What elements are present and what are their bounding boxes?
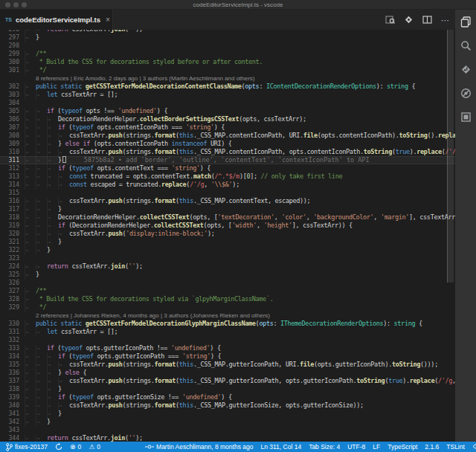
code-line[interactable]: 344→→return cssTextArr.join(''); <box>0 434 455 442</box>
warnings-status[interactable]: ⚠ 0 <box>89 443 100 451</box>
codelens-text[interactable]: 8 references | Eric Amodio, 2 days ago |… <box>36 75 255 82</box>
code-line[interactable]: 306→→→DecorationRenderHelper.collectBord… <box>0 115 455 123</box>
code-line[interactable]: 321→→→} <box>0 238 455 246</box>
code-line[interactable]: 325→} <box>0 271 455 279</box>
eye-icon[interactable] <box>472 443 476 451</box>
code-line[interactable]: 310→→→→cssTextArr.push(strings.format(th… <box>0 148 455 156</box>
line-number[interactable]: 309 <box>0 140 19 148</box>
line-number[interactable]: 315 <box>0 189 19 197</box>
tslint-indicator[interactable]: TSLint <box>446 443 465 451</box>
code-line[interactable]: 297→} <box>0 33 455 42</box>
code-line[interactable]: 300→ * Build the CSS for decorations sty… <box>0 58 455 66</box>
code-line[interactable]: 315 <box>0 189 455 197</box>
tab-size-indicator[interactable]: Tab Size: 4 <box>309 443 340 451</box>
code-line[interactable]: 313→→→→const truncated = opts.contentTex… <box>0 172 455 181</box>
gitlens-diamond-icon[interactable] <box>403 15 414 25</box>
debug-disabled-icon[interactable] <box>460 87 472 99</box>
line-number[interactable]: 297 <box>0 33 19 42</box>
code-line[interactable]: 307→→→if (typeof opts.contentIconPath ==… <box>0 123 455 132</box>
line-number[interactable]: 329 <box>0 303 19 311</box>
code-line[interactable]: 305→→if (typeof opts !== 'undefined') { <box>0 107 455 115</box>
codelens-text[interactable]: 2 references | Johannes Rieken, 4 months… <box>36 312 270 319</box>
errors-status[interactable]: ⊗ 0 <box>70 443 81 451</box>
code-line[interactable]: 341→→→} <box>0 410 455 418</box>
line-number[interactable]: 313 <box>0 172 19 181</box>
line-number[interactable]: 335 <box>0 361 19 369</box>
code-line[interactable]: 326 <box>0 279 455 287</box>
line-number[interactable]: 314 <box>0 181 19 189</box>
line-number[interactable]: 344 <box>0 434 19 442</box>
line-number[interactable]: 323 <box>0 254 19 262</box>
line-number[interactable]: 321 <box>0 238 19 246</box>
line-number[interactable]: 298 <box>0 42 19 50</box>
line-number[interactable]: 320 <box>0 230 19 238</box>
codelens-row[interactable]: 8 references | Eric Amodio, 2 days ago |… <box>0 74 455 83</box>
encoding-indicator[interactable]: UTF-8 <box>347 443 365 451</box>
line-number[interactable]: 327 <box>0 287 19 295</box>
split-editor-icon[interactable] <box>422 15 432 25</box>
git-branch-status[interactable]: fixes-20137 <box>6 443 48 451</box>
code-line[interactable]: 309→→→} else if (opts.contentIconPath in… <box>0 140 455 148</box>
cursor-position[interactable]: Ln 311, Col 14 <box>260 443 301 451</box>
code-line[interactable]: 324→→return cssTextArr.join(''); <box>0 262 455 271</box>
code-line[interactable]: 303→→let cssTextArr = []; <box>0 91 455 99</box>
line-number[interactable]: 322 <box>0 246 19 254</box>
line-number[interactable]: 299 <box>0 50 19 58</box>
code-line[interactable]: 311→→→}5875b8a2 • add 'border', 'outline… <box>0 156 455 164</box>
open-preview-icon[interactable] <box>385 15 395 25</box>
line-number[interactable]: 342 <box>0 418 19 426</box>
code-line[interactable]: 316→→→→cssTextArr.push(strings.format(th… <box>0 197 455 205</box>
code-line[interactable]: 302→public static getCSSTextForModelDeco… <box>0 83 455 91</box>
line-number[interactable]: 306 <box>0 115 19 123</box>
line-number[interactable]: 310 <box>0 148 19 156</box>
code-line[interactable]: 328→ * Build the CSS for decorations sty… <box>0 295 455 303</box>
line-number[interactable]: 307 <box>0 123 19 132</box>
explorer-icon[interactable] <box>460 16 472 28</box>
code-line[interactable]: 329→ */ <box>0 303 455 311</box>
line-number[interactable]: 324 <box>0 262 19 271</box>
source-control-icon[interactable] <box>460 63 472 75</box>
line-number[interactable]: 338 <box>0 385 19 393</box>
code-line[interactable]: 304 <box>0 99 455 107</box>
extensions-icon[interactable] <box>460 111 472 123</box>
code-line[interactable]: 308→→→→cssTextArr.push(strings.format(th… <box>0 132 455 140</box>
line-number[interactable]: 301 <box>0 66 19 74</box>
line-number[interactable]: 326 <box>0 279 19 287</box>
code-line[interactable]: 327→/** <box>0 287 455 295</box>
code-line[interactable]: 312→→→if (typeof opts.contentText === 's… <box>0 164 455 172</box>
line-number[interactable]: 303 <box>0 91 19 99</box>
code-line[interactable]: 334→→→if (typeof opts.gutterIconPath ===… <box>0 352 455 361</box>
code-line[interactable]: 343 <box>0 426 455 434</box>
language-indicator[interactable]: TypeScript <box>387 443 417 451</box>
more-actions-icon[interactable]: ⋯ <box>440 15 451 25</box>
line-number[interactable]: 304 <box>0 99 19 107</box>
line-number[interactable]: 311 <box>0 156 19 164</box>
ts-version-indicator[interactable]: 2.1.6 <box>425 443 439 451</box>
eol-indicator[interactable]: LF <box>373 443 380 451</box>
code-line[interactable]: 336→→→} else { <box>0 369 455 377</box>
search-icon[interactable] <box>460 39 472 51</box>
line-number[interactable]: 305 <box>0 107 19 115</box>
code-line[interactable]: 340→→→→cssTextArr.push(strings.format(th… <box>0 401 455 410</box>
code-line[interactable]: 337→→→→cssTextArr.push(strings.format(th… <box>0 377 455 385</box>
line-number[interactable]: 308 <box>0 132 19 140</box>
code-line[interactable]: 323 <box>0 254 455 262</box>
line-number[interactable]: 300 <box>0 58 19 66</box>
code-line[interactable]: 319→→→if (DecorationRenderHelper.collect… <box>0 222 455 230</box>
line-number[interactable]: 325 <box>0 271 19 279</box>
line-number[interactable]: 318 <box>0 213 19 222</box>
line-number[interactable]: 319 <box>0 222 19 230</box>
code-line[interactable]: 335→→→→cssTextArr.push(strings.format(th… <box>0 361 455 369</box>
line-number[interactable]: 343 <box>0 426 19 434</box>
vertical-scrollbar[interactable] <box>447 30 454 282</box>
line-number[interactable]: 331 <box>0 328 19 336</box>
code-line[interactable]: 339→→→if (typeof opts.gutterIconSize !==… <box>0 393 455 401</box>
line-number[interactable]: 317 <box>0 205 19 213</box>
line-number[interactable]: 337 <box>0 377 19 385</box>
line-number[interactable]: 332 <box>0 336 19 344</box>
codelens-row[interactable]: 2 references | Johannes Rieken, 4 months… <box>0 311 455 320</box>
code-editor[interactable]: 296→→return cssTextArr.join('');297→}298… <box>0 30 455 442</box>
line-number[interactable]: 316 <box>0 197 19 205</box>
blame-status[interactable]: Martin Aeschlimann, 8 months ago <box>145 443 253 451</box>
line-number[interactable]: 333 <box>0 344 19 352</box>
